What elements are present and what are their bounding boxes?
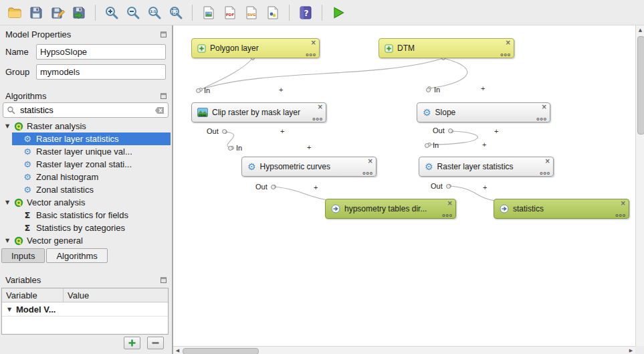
- tree-item-basic-statistics-for-fields[interactable]: Σ Basic statistics for fields: [12, 209, 171, 222]
- svg-text:SVG: SVG: [247, 12, 256, 16]
- save-model-button[interactable]: [26, 3, 46, 23]
- float-panel-icon[interactable]: [160, 31, 167, 37]
- tree-group-raster-analysis[interactable]: ▼ Raster analysis: [0, 120, 171, 132]
- port-in-slope[interactable]: In: [426, 86, 440, 94]
- comment-toggle-icon[interactable]: ooo: [500, 52, 511, 57]
- comment-toggle-icon[interactable]: ooo: [536, 116, 547, 121]
- tree-group-vector-analysis[interactable]: ▼ Vector analysis: [0, 196, 171, 209]
- tree-item-zonal-histogram[interactable]: ⚙ Zonal histogram: [12, 171, 171, 183]
- expand-ports-icon[interactable]: +: [482, 141, 486, 149]
- model-canvas[interactable]: Polygon layer × ooo DTM × ooo GDAL Clip …: [173, 25, 644, 354]
- vertical-scroll-thumb[interactable]: [637, 36, 644, 135]
- node-raster-layer-statistics[interactable]: ⚙ Raster layer statistics × ooo: [419, 157, 554, 177]
- expand-ports-icon[interactable]: +: [483, 183, 487, 191]
- delete-node-icon[interactable]: ×: [447, 200, 453, 207]
- socket-icon[interactable]: [222, 129, 227, 134]
- float-panel-icon[interactable]: [160, 277, 167, 283]
- delete-node-icon[interactable]: ×: [318, 104, 323, 110]
- export-as-script-button[interactable]: [263, 3, 283, 23]
- variable-column-header[interactable]: Variable: [2, 288, 64, 302]
- clear-search-icon[interactable]: [154, 106, 165, 114]
- model-variables-row[interactable]: ▼ Model V...: [2, 302, 168, 317]
- zoom-full-button[interactable]: [166, 3, 186, 23]
- save-model-in-project-button[interactable]: [69, 3, 89, 23]
- comment-toggle-icon[interactable]: ooo: [312, 116, 323, 121]
- scroll-left-icon[interactable]: ◀: [173, 347, 182, 354]
- tree-group-vector-general[interactable]: ▼ Vector general: [0, 234, 171, 247]
- socket-icon[interactable]: [426, 88, 431, 92]
- comment-toggle-icon[interactable]: ooo: [362, 171, 373, 175]
- save-model-as-button[interactable]: [47, 3, 68, 23]
- scroll-right-icon[interactable]: ▶: [627, 347, 635, 354]
- expand-ports-icon[interactable]: +: [279, 86, 283, 94]
- search-input[interactable]: [19, 104, 151, 116]
- node-output-hypsometry-tables[interactable]: hypsometry tables dir... × ooo: [325, 199, 456, 219]
- delete-node-icon[interactable]: ×: [506, 39, 511, 46]
- port-out-hypsometric[interactable]: Out: [255, 183, 276, 191]
- edit-model-help-button[interactable]: ?: [296, 3, 316, 23]
- add-variable-button[interactable]: [124, 337, 140, 349]
- socket-icon[interactable]: [196, 88, 201, 93]
- tab-inputs[interactable]: Inputs: [1, 248, 45, 263]
- socket-icon[interactable]: [448, 128, 453, 133]
- horizontal-scroll-thumb[interactable]: [183, 348, 259, 354]
- socket-icon[interactable]: [228, 146, 233, 151]
- run-model-button[interactable]: [328, 3, 348, 23]
- expand-ports-icon[interactable]: +: [481, 84, 485, 92]
- chevron-down-icon[interactable]: ▼: [4, 199, 11, 205]
- node-hypsometric-curves[interactable]: ⚙ Hypsometric curves × ooo: [241, 157, 377, 177]
- export-as-image-button[interactable]: [199, 3, 219, 23]
- tree-item-statistics-by-categories[interactable]: Σ Statistics by categories: [12, 222, 171, 234]
- zoom-in-button[interactable]: [102, 3, 122, 23]
- port-out-slope[interactable]: Out: [433, 126, 453, 135]
- export-as-pdf-button[interactable]: PDF: [220, 3, 240, 23]
- node-clip-raster[interactable]: GDAL Clip raster by mask layer × ooo: [191, 102, 326, 122]
- port-in-raster-stats[interactable]: In: [425, 141, 439, 149]
- port-out-raster-stats[interactable]: Out: [431, 182, 451, 190]
- expand-ports-icon[interactable]: +: [307, 143, 311, 151]
- node-dtm[interactable]: DTM × ooo: [379, 38, 514, 58]
- zoom-actual-button[interactable]: 1:1: [144, 3, 165, 23]
- open-model-button[interactable]: [5, 3, 25, 23]
- node-polygon-layer[interactable]: Polygon layer × ooo: [191, 38, 320, 58]
- socket-icon[interactable]: [446, 184, 451, 189]
- port-in-clip[interactable]: In: [196, 86, 210, 94]
- tree-item-raster-layer-zonal-statistics[interactable]: ⚙ Raster layer zonal stati...: [12, 158, 171, 171]
- delete-node-icon[interactable]: ×: [621, 200, 626, 207]
- remove-variable-button[interactable]: [147, 337, 164, 349]
- node-slope[interactable]: ⚙ Slope × ooo: [417, 102, 550, 122]
- comment-toggle-icon[interactable]: ooo: [615, 213, 626, 217]
- vertical-scrollbar[interactable]: ▲ ▼: [635, 25, 644, 354]
- comment-toggle-icon[interactable]: ooo: [306, 52, 316, 57]
- zoom-out-button[interactable]: [123, 3, 143, 23]
- horizontal-scrollbar[interactable]: ◀ ▶: [173, 346, 635, 354]
- chevron-down-icon[interactable]: ▼: [4, 238, 11, 244]
- comment-toggle-icon[interactable]: ooo: [442, 213, 453, 217]
- expand-ports-icon[interactable]: +: [280, 127, 284, 135]
- tree-item-raster-layer-unique-values[interactable]: ⚙ Raster layer unique val...: [12, 145, 171, 158]
- socket-icon[interactable]: [271, 185, 276, 189]
- value-column-header[interactable]: Value: [64, 290, 168, 300]
- expand-ports-icon[interactable]: +: [494, 127, 498, 135]
- port-out-clip[interactable]: Out: [207, 127, 227, 135]
- export-as-svg-button[interactable]: SVG: [241, 3, 261, 23]
- port-in-hypsometric[interactable]: In: [228, 144, 242, 152]
- socket-icon[interactable]: [425, 143, 429, 148]
- comment-toggle-icon[interactable]: ooo: [540, 171, 550, 175]
- scroll-up-icon[interactable]: ▲: [636, 26, 644, 34]
- tree-item-zonal-statistics[interactable]: ⚙ Zonal statistics: [12, 183, 171, 196]
- delete-node-icon[interactable]: ×: [368, 158, 373, 165]
- model-name-input[interactable]: [36, 44, 166, 60]
- delete-node-icon[interactable]: ×: [542, 104, 547, 110]
- delete-node-icon[interactable]: ×: [311, 39, 316, 46]
- tree-item-raster-layer-statistics[interactable]: ⚙ Raster layer statistics: [12, 132, 171, 145]
- float-panel-icon[interactable]: [160, 93, 167, 99]
- model-canvas-content[interactable]: Polygon layer × ooo DTM × ooo GDAL Clip …: [176, 25, 635, 346]
- chevron-down-icon[interactable]: ▼: [6, 306, 13, 313]
- delete-node-icon[interactable]: ×: [545, 158, 550, 165]
- tab-algorithms[interactable]: Algorithms: [46, 248, 107, 263]
- model-group-input[interactable]: [36, 64, 166, 80]
- chevron-down-icon[interactable]: ▼: [4, 123, 11, 129]
- node-output-statistics[interactable]: statistics × ooo: [494, 199, 629, 219]
- expand-ports-icon[interactable]: +: [314, 183, 318, 191]
